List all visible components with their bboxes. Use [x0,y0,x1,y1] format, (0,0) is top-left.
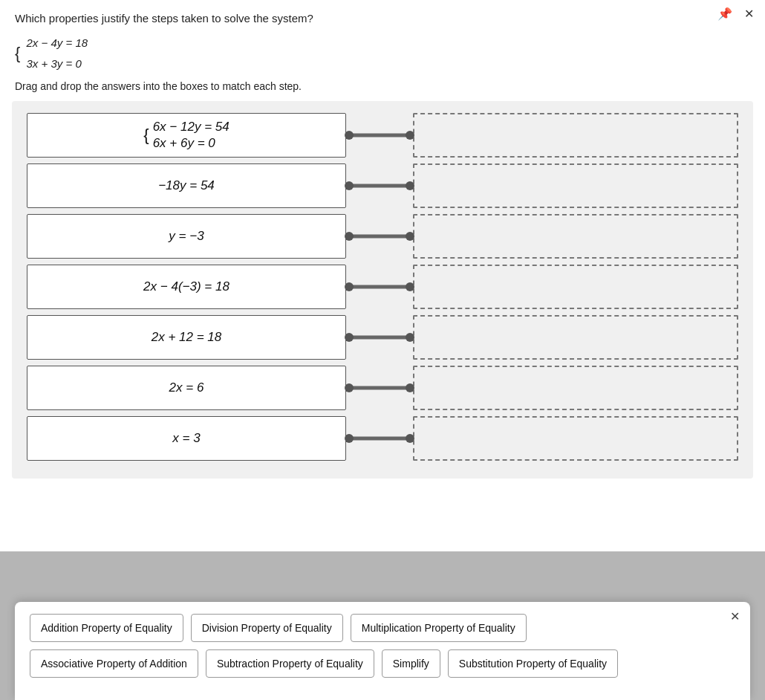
step-box-2: −18y = 54 [27,163,346,208]
drag-item-simplify[interactable]: Simplify [382,649,440,678]
connector-5 [346,333,413,342]
main-content: Which properties justify the steps taken… [0,0,765,479]
step-row-2: −18y = 54 [27,163,738,208]
step1-eq1: 6x − 12y = 54 [153,120,230,135]
step-box-5: 2x + 12 = 18 [27,315,346,360]
drag-item-addition[interactable]: Addition Property of Equality [30,614,183,642]
close-icon[interactable]: ✕ [740,4,758,22]
step-row-1: { 6x − 12y = 54 6x + 6y = 0 [27,113,738,158]
drag-item-multiplication[interactable]: Multiplication Property of Equality [351,614,527,642]
drop-box-3[interactable] [413,214,738,259]
instructions: Drag and drop the answers into the boxes… [15,80,750,92]
eq2: 3x + 3y = 0 [27,54,88,74]
drag-panel-close-button[interactable]: ✕ [730,609,740,623]
step1-eq2: 6x + 6y = 0 [153,136,230,151]
drop-box-1[interactable] [413,113,738,158]
pin-icon[interactable]: 📌 [716,4,734,22]
connector-4 [346,282,413,291]
step-row-5: 2x + 12 = 18 [27,315,738,360]
step-row-3: y = −3 [27,214,738,259]
drop-box-6[interactable] [413,366,738,410]
step-row-4: 2x − 4(−3) = 18 [27,265,738,309]
connector-6 [346,383,413,392]
drag-row-1: Addition Property of Equality Division P… [30,614,735,642]
drop-box-5[interactable] [413,315,738,360]
question-text: Which properties justify the steps taken… [15,12,750,25]
drag-row-2: Associative Property of Addition Subtrac… [30,649,735,678]
step-box-4: 2x − 4(−3) = 18 [27,265,346,309]
drag-panel: ✕ Addition Property of Equality Division… [15,602,750,700]
step-box-6: 2x = 6 [27,366,346,410]
connector-7 [346,434,413,443]
drop-box-7[interactable] [413,416,738,461]
drag-item-substitution[interactable]: Substitution Property of Equality [448,649,618,678]
drop-box-4[interactable] [413,265,738,309]
drop-box-2[interactable] [413,163,738,208]
drag-item-division[interactable]: Division Property of Equality [191,614,343,642]
drag-item-subtraction[interactable]: Subtraction Property of Equality [206,649,374,678]
connector-3 [346,232,413,241]
system-equations: { 2x − 4y = 18 3x + 3y = 0 [15,33,750,73]
step-box-1: { 6x − 12y = 54 6x + 6y = 0 [27,113,346,158]
step-row-6: 2x = 6 [27,366,738,410]
step-row-7: x = 3 [27,416,738,461]
drag-item-associative[interactable]: Associative Property of Addition [30,649,198,678]
connector-2 [346,181,413,190]
step-box-3: y = −3 [27,214,346,259]
connector-1 [346,131,413,140]
eq1: 2x − 4y = 18 [27,33,88,53]
top-bar: 📌 ✕ [709,0,765,27]
step-box-7: x = 3 [27,416,346,461]
steps-area: { 6x − 12y = 54 6x + 6y = 0 −18y = 54 [12,101,753,479]
